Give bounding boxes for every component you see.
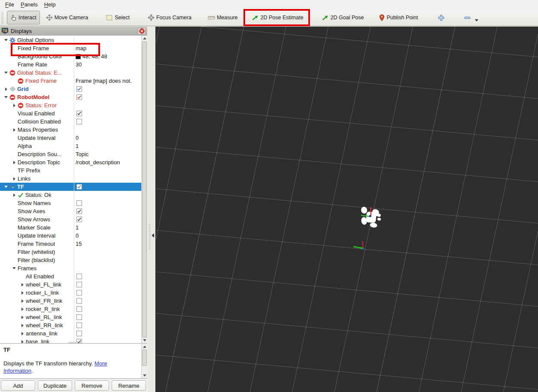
expand-arrow-icon[interactable] [11,104,18,107]
expand-arrow-icon[interactable] [19,308,26,311]
close-panel-button[interactable] [138,28,146,35]
tree-row-frames[interactable]: Frames [0,264,141,272]
tree-row-background-color[interactable]: Background Color48; 48; 48 [0,52,141,60]
tree-row-global-status-e[interactable]: Global Status: E... [0,69,141,77]
panel-resize-handle[interactable] [69,342,81,344]
expand-arrow-icon[interactable] [19,340,26,344]
scroll-up-icon[interactable] [142,344,147,350]
dropdown-caret-icon[interactable] [475,19,478,23]
tool-add-tool-button[interactable] [434,11,448,24]
tool-goal-pose-button[interactable]: 2D Goal Pose [318,11,368,24]
tree-row-update-interval[interactable]: Update Interval0 [0,232,141,240]
tool-select-button[interactable]: Select [103,11,133,24]
scroll-down-icon[interactable] [142,338,147,343]
tree-scrollbar-thumb[interactable] [142,41,147,338]
tree-row-status-error[interactable]: Status: Error [0,101,141,109]
checkbox-unchecked[interactable] [76,331,82,336]
tree-row-fixed-frame[interactable]: Fixed Framemap [0,44,141,52]
expand-arrow-icon[interactable] [11,193,18,197]
tree-row-wheel-fr-link[interactable]: wheel_FR_link [0,297,141,305]
checkbox-checked[interactable] [76,184,82,190]
scroll-up-icon[interactable] [142,36,147,41]
expand-arrow-icon[interactable] [11,128,18,132]
checkbox-unchecked[interactable] [76,282,82,287]
expand-arrow-icon[interactable] [11,161,18,164]
tree-row-wheel-fl-link[interactable]: wheel_FL_link [0,280,141,289]
tree-row-description-topic[interactable]: Description Topic/robot_description [0,158,141,166]
tree-row-collision-enabled[interactable]: Collision Enabled [0,118,141,126]
expand-arrow-icon[interactable] [19,316,26,319]
help-scrollbar-thumb[interactable] [142,350,147,366]
checkbox-checked[interactable] [76,86,82,92]
tree-row-marker-scale[interactable]: Marker Scale1 [0,223,141,232]
tree-row-rocker-l-link[interactable]: rocker_L_link [0,289,141,297]
panel-splitter[interactable] [148,27,155,392]
collapse-arrow-icon[interactable] [3,72,9,74]
tool-pose-estimate-button[interactable]: 2D Pose Estimate [248,11,307,24]
tree-row-filter-whitelist[interactable]: Filter (whitelist) [0,248,141,256]
expand-arrow-icon[interactable] [19,324,26,327]
tree-row-show-arrows[interactable]: Show Arrows [0,215,141,223]
collapse-arrow-icon[interactable] [3,39,9,41]
menu-panels[interactable]: Panels [19,0,43,9]
tree-row-description-sou[interactable]: Description Sou...Topic [0,150,141,158]
help-scrollbar[interactable] [141,344,147,378]
tool-measure-button[interactable]: Measure [204,11,241,24]
checkbox-unchecked[interactable] [76,314,82,320]
collapse-arrow-icon[interactable] [3,96,9,98]
tree-row-filter-blacklist[interactable]: Filter (blacklist) [0,256,141,264]
tree-row-status-ok[interactable]: Status: Ok [0,191,141,199]
expand-arrow-icon[interactable] [19,299,26,303]
tool-remove-tool-button[interactable] [460,11,482,24]
checkbox-checked[interactable] [76,208,82,214]
tool-interact-button[interactable]: Interact [7,11,40,24]
tree-row-alpha[interactable]: Alpha1 [0,142,141,150]
tree-row-frame-rate[interactable]: Frame Rate30 [0,60,141,69]
scroll-down-icon[interactable] [142,373,147,378]
expand-arrow-icon[interactable] [19,283,26,286]
tree-row-grid[interactable]: Grid [0,85,141,93]
tree-row-tf-prefix[interactable]: TF Prefix [0,166,141,175]
checkbox-checked[interactable] [76,94,82,100]
expand-arrow-icon[interactable] [19,291,26,295]
duplicate-button[interactable]: Duplicate [38,380,72,391]
tree-row-links[interactable]: Links [0,175,141,183]
tree-row-rocker-r-link[interactable]: rocker_R_link [0,305,141,313]
tree-row-robotmodel[interactable]: RobotModel [0,93,141,101]
tool-publish-point-button[interactable]: Publish Point [376,11,421,24]
checkbox-unchecked[interactable] [76,119,82,124]
collapse-arrow-icon[interactable] [11,267,18,269]
expand-arrow-icon[interactable] [11,177,18,181]
tree-row-visual-enabled[interactable]: Visual Enabled [0,109,141,118]
3d-viewport[interactable] [155,27,538,392]
tree-row-global-options[interactable]: Global Options [0,36,141,44]
collapse-arrow-icon[interactable] [3,186,9,188]
tree-scrollbar[interactable] [141,36,147,343]
add-button[interactable]: Add [1,380,35,391]
collapse-left-icon[interactable] [152,233,154,238]
checkbox-unchecked[interactable] [76,274,82,279]
expand-arrow-icon[interactable] [19,332,26,335]
tree-row-wheel-rr-link[interactable]: wheel_RR_link [0,321,141,329]
tree-row-antenna-link[interactable]: antenna_link [0,329,141,338]
tree-row-frame-timeout[interactable]: Frame Timeout15 [0,240,141,248]
checkbox-unchecked[interactable] [76,200,82,206]
checkbox-checked[interactable] [76,217,82,222]
tree-row-mass-properties[interactable]: Mass Properties [0,126,141,134]
tree-row-show-names[interactable]: Show Names [0,199,141,207]
tree-row-wheel-rl-link[interactable]: wheel_RL_link [0,313,141,321]
tree-row-fixed-frame[interactable]: Fixed FrameFrame [map] does not. [0,77,141,85]
menu-file[interactable]: File [3,0,19,9]
tree-row-show-axes[interactable]: Show Axes [0,207,141,215]
tree-row-tf[interactable]: TF [0,183,141,191]
checkbox-checked[interactable] [76,111,82,116]
rename-button[interactable]: Rename [112,380,146,391]
checkbox-unchecked[interactable] [76,323,82,328]
menu-help[interactable]: Help [43,0,61,9]
tool-move-camera-button[interactable]: Move Camera [43,11,92,24]
tree-row-all-enabled[interactable]: All Enabled [0,272,141,280]
expand-arrow-icon[interactable] [3,87,9,91]
checkbox-unchecked[interactable] [76,306,82,312]
checkbox-unchecked[interactable] [76,290,82,296]
tree-row-update-interval[interactable]: Update Interval0 [0,134,141,142]
